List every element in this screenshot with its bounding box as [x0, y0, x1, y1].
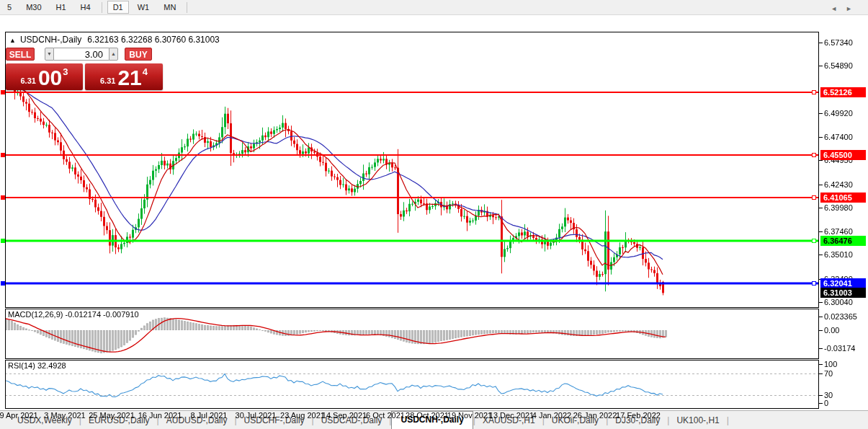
tab-scroll-right-arrow[interactable]: ►: [846, 5, 861, 12]
date-label: 13 Dec 2021: [489, 411, 534, 420]
date-label: 17 Feb 2022: [616, 411, 661, 420]
date-label: 26 Jan 2022: [573, 411, 617, 420]
current-price-label: 6.31003: [820, 288, 866, 298]
chart-window: ▲USDCNH-,Daily6.32163 6.32268 6.30760 6.…: [0, 15, 868, 410]
price-tick: 6.37460: [824, 227, 853, 236]
macd-tick: -0.03174: [824, 344, 855, 353]
date-label: 9 Apr 2021: [0, 411, 38, 420]
level-price-label: 6.36476: [820, 236, 866, 246]
date-label: 4 Jan 2022: [532, 411, 571, 420]
buy-price-panel[interactable]: 6.31214: [85, 63, 163, 90]
macd-tick: 0.00: [824, 326, 839, 335]
panel-toggle-arrow[interactable]: ▲: [9, 37, 16, 44]
price-tick: 6.54890: [824, 61, 853, 70]
timeframe-button-m30[interactable]: M30: [20, 1, 47, 14]
timeframe-toolbar: 5M30H1H4D1W1MN: [0, 0, 868, 15]
price-tick: 6.57340: [824, 38, 853, 47]
price-tick: 6.30040: [824, 298, 853, 306]
sell-price-prefix: 6.31: [20, 76, 35, 85]
volume-increase-button[interactable]: ▲: [109, 48, 118, 61]
rsi-tick: 70: [824, 369, 833, 378]
volume-input[interactable]: [54, 48, 109, 61]
rsi-tick: 0: [824, 399, 828, 407]
rsi-tick: 100: [824, 360, 837, 368]
tab-scroll-arrows: ◄►: [831, 5, 861, 12]
price-tick: 6.47400: [824, 133, 853, 141]
date-label: 6 Oct 2021: [366, 411, 405, 420]
level-price-label: 6.32041: [820, 278, 866, 288]
date-label: 30 Jul 2021: [236, 411, 277, 420]
buy-price-prefix: 6.31: [100, 76, 115, 85]
date-label: 19 Nov 2021: [447, 411, 492, 420]
date-label: 14 Sep 2021: [322, 411, 367, 420]
chart-ohlc-values: 6.32163 6.32268 6.30760 6.31003: [87, 35, 220, 45]
rsi-indicator-label: RSI(14) 32.4928: [8, 361, 66, 370]
timeframe-button-d1[interactable]: D1: [107, 1, 129, 14]
buy-price-point: 4: [143, 66, 148, 77]
toolbar-separator: [187, 2, 187, 13]
date-label: 3 May 2021: [44, 411, 85, 420]
buy-price-pips: 21: [117, 67, 141, 89]
sell-button[interactable]: SELL: [6, 48, 35, 61]
price-tick: 6.42430: [824, 180, 853, 189]
price-tick: 6.49920: [824, 109, 853, 118]
volume-decrease-button[interactable]: ▼: [45, 48, 54, 61]
price-tick: 6.35010: [824, 250, 853, 259]
tab-scroll-left-arrow[interactable]: ◄: [831, 5, 846, 12]
sell-price-panel[interactable]: 6.31003: [6, 63, 83, 90]
timeframe-button-h1[interactable]: H1: [50, 1, 72, 14]
level-price-label: 6.52126: [820, 87, 866, 97]
date-label: 28 Oct 2021: [406, 411, 449, 420]
date-label: 23 Aug 2021: [280, 411, 325, 420]
mt4-window: 5M30H1H4D1W1MN ▲USDCNH-,Daily6.32163 6.3…: [0, 0, 868, 429]
macd-tick: 0.023365: [824, 312, 857, 321]
chart-title: ▲USDCNH-,Daily6.32163 6.32268 6.30760 6.…: [9, 35, 220, 45]
sell-price-point: 3: [63, 66, 68, 77]
macd-indicator-label: MACD(12,26,9) -0.012174 -0.007910: [8, 310, 139, 319]
price-tick: 6.39980: [824, 203, 853, 212]
level-price-label: 6.45500: [820, 150, 866, 160]
buy-button[interactable]: BUY: [125, 48, 152, 61]
date-label: 25 May 2021: [89, 411, 135, 420]
timeframe-button-h4[interactable]: H4: [75, 1, 97, 14]
timeframe-button-mn[interactable]: MN: [158, 1, 182, 14]
sell-price-pips: 00: [38, 67, 62, 89]
date-label: 16 Jun 2021: [138, 411, 182, 420]
toolbar-separator: [102, 2, 102, 13]
date-label: 8 Jul 2021: [191, 411, 228, 420]
level-price-label: 6.41065: [820, 193, 866, 203]
timeframe-button-w1[interactable]: W1: [132, 1, 156, 14]
chart-symbol-label: USDCNH-,Daily: [20, 35, 81, 45]
timeframe-button-5[interactable]: 5: [1, 1, 17, 14]
one-click-trading-panel: SELL ▼ ▲ BUY 6.31003 6.31214: [6, 48, 163, 90]
